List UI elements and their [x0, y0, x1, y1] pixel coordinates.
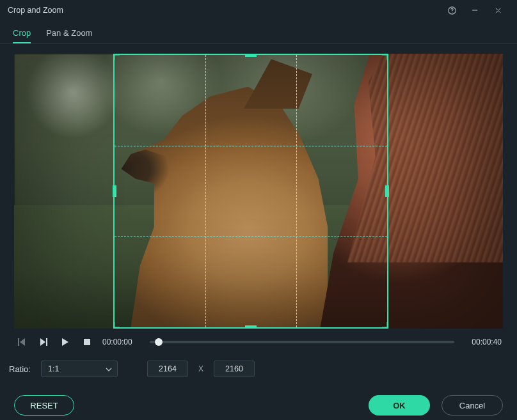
- ratio-row: Ratio: 1:1 2164 X 2160: [0, 352, 517, 377]
- timeline-thumb[interactable]: [155, 338, 163, 346]
- svg-rect-7: [84, 339, 90, 345]
- crop-height-value: 2160: [225, 364, 243, 373]
- crop-width-value: 2164: [159, 364, 177, 373]
- ratio-select[interactable]: 1:1: [41, 361, 118, 377]
- crop-height-input[interactable]: 2160: [214, 361, 255, 377]
- chevron-down-icon: [106, 364, 112, 373]
- svg-rect-5: [18, 338, 19, 346]
- playback-controls: 00:00:00 00:00:40: [0, 329, 517, 352]
- tab-crop[interactable]: Crop: [13, 24, 31, 43]
- next-frame-button[interactable]: [37, 336, 50, 348]
- titlebar: Crop and Zoom: [0, 0, 517, 20]
- tab-pan-zoom[interactable]: Pan & Zoom: [46, 24, 92, 43]
- crop-zoom-dialog: Crop and Zoom Crop Pan & Zoom: [0, 0, 517, 420]
- crop-handle-right[interactable]: [385, 185, 389, 197]
- timeline-slider[interactable]: [150, 336, 454, 348]
- crop-handle-left[interactable]: [113, 185, 116, 197]
- stop-button[interactable]: [81, 336, 93, 348]
- crop-handle-bottom[interactable]: [245, 325, 257, 329]
- dimension-separator: X: [198, 364, 203, 373]
- crop-handle-top-right[interactable]: [379, 54, 388, 63]
- close-icon[interactable]: [486, 0, 509, 20]
- ok-button[interactable]: OK: [369, 395, 430, 416]
- crop-handle-bottom-left[interactable]: [113, 320, 122, 329]
- cancel-button[interactable]: Cancel: [441, 395, 503, 416]
- window-title: Crop and Zoom: [8, 6, 63, 15]
- crop-handle-bottom-right[interactable]: [379, 320, 388, 329]
- play-button[interactable]: [59, 336, 72, 348]
- crop-handle-top[interactable]: [245, 54, 257, 57]
- video-preview[interactable]: [14, 54, 503, 329]
- svg-rect-6: [46, 338, 47, 346]
- ratio-select-value: 1:1: [48, 364, 59, 373]
- prev-frame-button[interactable]: [15, 336, 28, 348]
- current-time: 00:00:00: [102, 338, 141, 346]
- help-icon[interactable]: [440, 0, 463, 20]
- reset-button[interactable]: RESET: [14, 395, 74, 416]
- tab-bar: Crop Pan & Zoom: [0, 20, 517, 43]
- crop-rectangle[interactable]: [113, 54, 388, 329]
- crop-width-input[interactable]: 2164: [147, 361, 188, 377]
- ratio-label: Ratio:: [9, 364, 31, 374]
- crop-handle-top-left[interactable]: [113, 54, 122, 63]
- dialog-footer: RESET OK Cancel: [0, 377, 517, 416]
- svg-point-1: [451, 12, 452, 13]
- total-time: 00:00:40: [463, 338, 502, 346]
- minimize-icon[interactable]: [463, 0, 486, 20]
